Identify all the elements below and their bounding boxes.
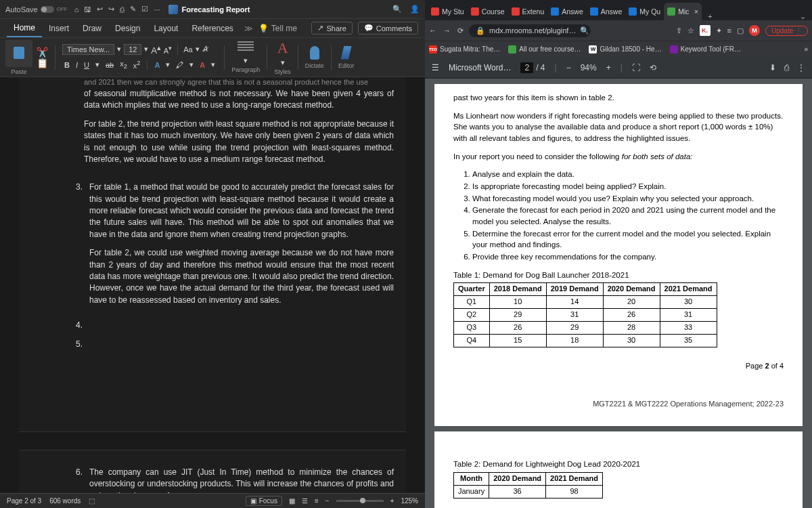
chevron-down-icon[interactable]: ▾ [117,45,121,54]
tab-draw[interactable]: Draw [76,19,108,37]
view-web-icon[interactable]: ☰ [302,497,308,505]
spellcheck-icon[interactable]: ⬚ [89,497,95,505]
font-name-select[interactable]: Times New... [62,44,114,55]
document-area[interactable]: and 2021 then we can strongly agree that… [0,77,425,493]
print-icon[interactable]: ⎙ [120,5,125,14]
bookmark-item[interactable]: TEDSugata Mitra: The… [429,45,500,54]
font-size-select[interactable]: 12 [124,44,141,55]
print-icon[interactable]: ⎙ [784,63,789,72]
save-icon[interactable]: 🖫 [84,5,91,14]
bookmark-item[interactable]: All our free course… [508,45,581,54]
more-icon[interactable]: ··· [154,5,160,14]
font-color-icon[interactable]: A [198,60,207,70]
menu-icon[interactable]: ☰ [432,63,439,72]
redo-icon[interactable]: ↪ [108,5,114,14]
browser-tab[interactable]: Extenu [508,3,548,20]
chevron-down-icon[interactable]: ▾ [164,59,172,70]
tab-overflow-icon[interactable]: ⌄ [796,12,809,20]
comments-button[interactable]: 💬 Comments [358,22,418,35]
superscript-icon[interactable]: x2 [131,58,143,71]
zoom-in-icon[interactable]: + [606,63,611,72]
browser-tab[interactable]: Answe [587,3,626,20]
grow-font-icon[interactable]: A▴ [151,43,161,56]
shrink-font-icon[interactable]: A▾ [164,44,172,55]
download-icon[interactable]: ⬇ [769,63,776,72]
browser-tab[interactable]: Mic× [664,3,702,20]
sidepanel-icon[interactable]: ▢ [737,26,744,35]
bold-icon[interactable]: B [62,60,72,70]
tab-home[interactable]: Home [7,19,42,37]
view-outline-icon[interactable]: ≡ [315,497,319,505]
rotate-icon[interactable]: ⟲ [650,63,656,72]
profile-icon[interactable]: M [749,25,760,36]
italic-icon[interactable]: I [74,60,80,70]
page-indicator[interactable]: Page 2 of 3 [7,497,41,505]
update-button[interactable]: Update ⋮ [765,26,808,36]
reading-list-icon[interactable]: ≡ [727,26,731,35]
underline-icon[interactable]: U [82,60,91,70]
zoom-level[interactable]: 125% [401,497,418,505]
format-painter-icon[interactable]: ✂️📋 [37,47,48,68]
url-input[interactable]: 🔒 mdx.mrooms.net/pluginf… 🔍 [469,24,591,37]
chevron-down-icon[interactable]: ▾ [244,56,248,65]
chevron-down-icon[interactable]: ▾ [281,58,285,67]
strike-icon[interactable]: ab [104,60,116,70]
focus-mode[interactable]: ▣ Focus [246,496,282,506]
chevron-down-icon[interactable]: ▾ [196,45,200,54]
close-icon[interactable]: × [694,7,698,16]
zoom-slider[interactable] [336,500,384,502]
dictate-icon[interactable] [310,46,319,60]
subscript-icon[interactable]: x2 [118,58,129,71]
clear-format-icon[interactable]: A̷ [202,45,208,54]
zoom-out-icon[interactable]: − [566,63,571,72]
tab-design[interactable]: Design [108,19,147,37]
star-icon[interactable]: ☆ [687,26,694,35]
back-icon[interactable]: ← [429,26,436,35]
text-effects-icon[interactable]: A [152,60,162,70]
more-icon[interactable]: ⋮ [797,63,805,72]
share-icon[interactable]: ⇧ [676,26,682,35]
chevron-down-icon[interactable]: ▾ [209,59,217,70]
account-icon[interactable]: 👤 [410,5,420,14]
forward-icon[interactable]: → [443,26,451,35]
overflow-icon[interactable]: ≫ [244,24,253,33]
word-count[interactable]: 606 words [49,497,81,505]
editor-icon[interactable] [341,46,352,60]
bookmarks-overflow-icon[interactable]: » [804,45,808,53]
tell-me[interactable]: 💡 Tell me [258,24,297,33]
styles-icon[interactable]: A [277,39,288,57]
page-current[interactable]: 2 [520,62,533,73]
chevron-down-icon[interactable]: ▾ [144,45,148,54]
chevron-down-icon[interactable]: ▾ [93,59,102,70]
view-print-icon[interactable]: ▦ [289,497,295,505]
home-icon[interactable]: ⌂ [74,5,79,14]
browser-tab[interactable]: My Stu [428,3,468,20]
zoom-out-icon[interactable]: − [325,497,330,505]
paste-button[interactable] [5,40,32,67]
extension-k-icon[interactable]: K. [700,25,710,36]
zoom-in-icon[interactable]: + [390,497,394,505]
share-button[interactable]: ↗ Share [311,22,352,35]
checklist-icon[interactable]: ☑ [141,5,148,14]
autosave-toggle[interactable]: AutoSave OFF [5,5,68,14]
bookmark-item[interactable]: WGildan 18500 - He… [589,45,661,54]
undo-icon[interactable]: ↩ [97,5,103,14]
fit-icon[interactable]: ⛶ [632,63,640,72]
tab-insert[interactable]: Insert [42,19,76,37]
change-case-icon[interactable]: Aa [183,45,192,54]
highlight-icon[interactable]: 🖍 [174,60,185,70]
chevron-down-icon[interactable]: ▾ [187,59,196,70]
tab-references[interactable]: References [185,19,240,37]
paragraph-icon[interactable] [235,41,256,55]
browser-tab[interactable]: My Qu [625,3,664,20]
browser-tab[interactable]: Course [468,3,508,20]
new-tab-button[interactable]: + [702,12,718,20]
reload-icon[interactable]: ⟳ [457,26,464,35]
browser-tab[interactable]: Answe [547,3,587,20]
extensions-icon[interactable]: ✦ [716,26,722,35]
touch-icon[interactable]: ✎ [130,5,136,14]
bookmark-item[interactable]: Keyword Tool (FR… [670,45,741,54]
tab-layout[interactable]: Layout [147,19,185,37]
search-icon[interactable]: 🔍 [392,5,402,14]
pdf-viewport[interactable]: past two years for this item is shown in… [425,79,812,508]
